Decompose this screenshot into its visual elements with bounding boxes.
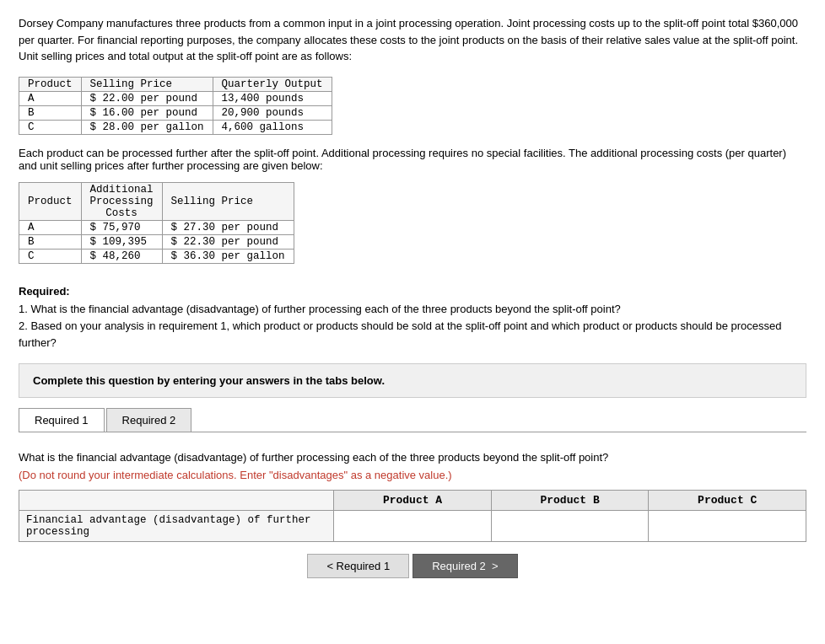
- required-label: Required:: [19, 285, 806, 298]
- table-row: C $ 28.00 per gallon 4,600 gallons: [19, 120, 332, 134]
- input-product-c[interactable]: [652, 518, 802, 534]
- tabs-container: Required 1 Required 2: [19, 408, 806, 432]
- next-button[interactable]: Required 2 >: [412, 554, 517, 578]
- input-cell-product-a[interactable]: [334, 511, 492, 542]
- tab-required1[interactable]: Required 1: [19, 408, 105, 432]
- prev-button[interactable]: < Required 1: [307, 554, 409, 578]
- input-cell-product-c[interactable]: [649, 511, 806, 542]
- product-a-price: $ 22.00 per pound: [81, 91, 213, 105]
- product-a-name: A: [19, 91, 82, 105]
- answer-col-blank: [19, 491, 334, 511]
- complete-text: Complete this question by entering your …: [33, 374, 385, 387]
- table-row: B $ 109,395 $ 22.30 per pound: [19, 234, 294, 249]
- tabs-row: Required 1 Required 2: [19, 408, 806, 432]
- col-header-quarterly-output: Quarterly Output: [213, 77, 332, 91]
- input-product-b[interactable]: [495, 518, 645, 534]
- required-questions: 1. What is the financial advantage (disa…: [19, 301, 806, 352]
- add-product-a: A: [19, 220, 82, 234]
- nav-buttons: < Required 1 Required 2 >: [19, 554, 806, 578]
- table-row: A $ 22.00 per pound 13,400 pounds: [19, 91, 332, 105]
- add-col-selling: Selling Price: [162, 182, 294, 220]
- answer-table-wrapper: Product A Product B Product C Financial …: [19, 490, 806, 542]
- product-c-name: C: [19, 120, 82, 134]
- answer-col-product-b: Product B: [491, 491, 649, 511]
- input-cell-product-b[interactable]: [491, 511, 649, 542]
- product-c-output: 4,600 gallons: [213, 120, 332, 134]
- product-c-price: $ 28.00 per gallon: [81, 120, 213, 134]
- required-q2: 2. Based on your analysis in requirement…: [19, 318, 806, 352]
- add-cost-b: $ 109,395: [81, 234, 162, 249]
- col-header-selling-price: Selling Price: [81, 77, 213, 91]
- tab1-content: What is the financial advantage (disadva…: [19, 441, 806, 584]
- answer-table: Product A Product B Product C Financial …: [19, 490, 806, 542]
- add-selling-b: $ 22.30 per pound: [162, 234, 294, 249]
- table-row: B $ 16.00 per pound 20,900 pounds: [19, 105, 332, 120]
- intro-paragraph: Dorsey Company manufactures three produc…: [19, 15, 806, 65]
- row-label-financial: Financial advantage (disadvantage) of fu…: [19, 511, 334, 542]
- product-b-output: 20,900 pounds: [213, 105, 332, 120]
- input-product-a[interactable]: [337, 518, 488, 534]
- add-col-product: Product: [19, 182, 82, 220]
- table-row: A $ 75,970 $ 27.30 per pound: [19, 220, 294, 234]
- add-selling-a: $ 27.30 per pound: [162, 220, 294, 234]
- answer-col-product-a: Product A: [334, 491, 492, 511]
- add-product-c: C: [19, 249, 82, 263]
- question-note: (Do not round your intermediate calculat…: [19, 469, 806, 481]
- col-header-product: Product: [19, 77, 82, 91]
- additional-table-section: Product AdditionalProcessingCosts Sellin…: [19, 182, 806, 264]
- next-button-label: Required 2 >: [432, 560, 498, 572]
- add-col-costs: AdditionalProcessingCosts: [81, 182, 162, 220]
- product-b-price: $ 16.00 per pound: [81, 105, 213, 120]
- table-row: C $ 48,260 $ 36.30 per gallon: [19, 249, 294, 263]
- add-cost-c: $ 48,260: [81, 249, 162, 263]
- required-q1: 1. What is the financial advantage (disa…: [19, 301, 806, 318]
- answer-row: Financial advantage (disadvantage) of fu…: [19, 511, 806, 542]
- further-processing-intro: Each product can be processed further af…: [19, 147, 806, 172]
- product-table-section: Product Selling Price Quarterly Output A…: [19, 77, 806, 135]
- product-a-output: 13,400 pounds: [213, 91, 332, 105]
- complete-question-box: Complete this question by entering your …: [19, 363, 806, 398]
- product-b-name: B: [19, 105, 82, 120]
- add-selling-c: $ 36.30 per gallon: [162, 249, 294, 263]
- product-table: Product Selling Price Quarterly Output A…: [19, 77, 332, 135]
- additional-table: Product AdditionalProcessingCosts Sellin…: [19, 182, 294, 264]
- question-main: What is the financial advantage (disadva…: [19, 449, 806, 466]
- tab-required2[interactable]: Required 2: [106, 408, 192, 432]
- tab-required1-label: Required 1: [35, 414, 89, 427]
- prev-button-label: < Required 1: [326, 560, 390, 572]
- tab-required2-label: Required 2: [122, 414, 176, 427]
- add-cost-a: $ 75,970: [81, 220, 162, 234]
- answer-col-product-c: Product C: [649, 491, 806, 511]
- add-product-b: B: [19, 234, 82, 249]
